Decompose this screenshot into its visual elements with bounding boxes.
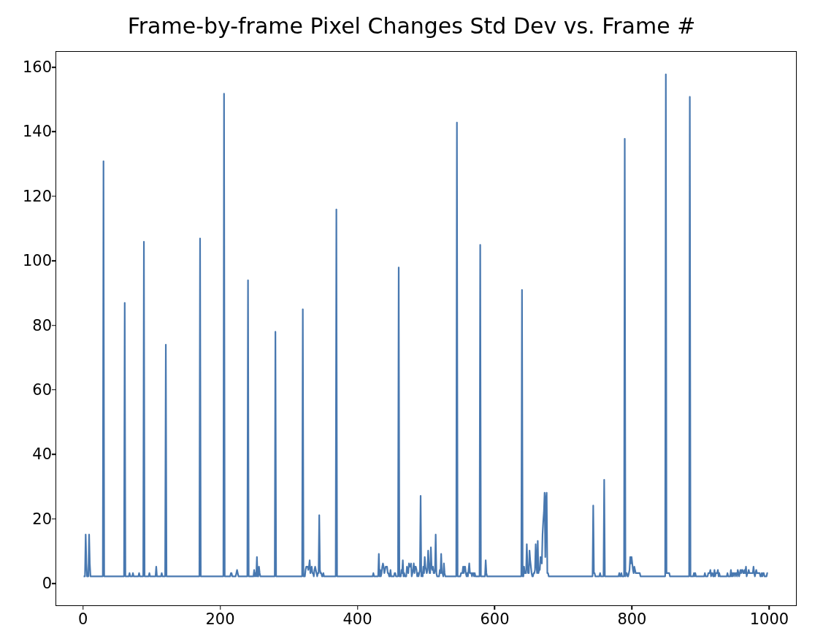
x-tick-mark [220,606,221,610]
y-tick-label: 140 [23,123,52,140]
y-tick-mark [52,389,55,391]
x-tick-label: 1000 [750,610,789,628]
y-tick-mark [52,131,55,133]
y-tick-mark [52,260,55,261]
x-tick-mark [357,606,359,610]
y-tick-mark [52,583,55,584]
x-tick-label: 200 [206,610,235,628]
y-tick-label: 20 [32,510,52,528]
y-tick-label: 40 [32,445,52,463]
x-tick-label: 600 [480,610,509,628]
axes-frame [55,51,797,606]
y-tick-label: 100 [23,252,52,269]
x-tick-mark [494,606,496,610]
y-tick-label: 60 [32,381,52,399]
x-tick-mark [632,606,633,610]
x-tick-label: 800 [617,610,646,628]
y-tick-label: 120 [23,188,52,205]
line-series [84,74,768,576]
figure: Frame-by-frame Pixel Changes Std Dev vs.… [0,0,823,644]
x-tick-label: 400 [342,610,372,628]
y-tick-label: 160 [23,58,52,76]
x-tick-label: 0 [78,610,88,628]
y-tick-mark [52,196,55,197]
plot-svg [56,52,796,605]
chart-title: Frame-by-frame Pixel Changes Std Dev vs.… [0,13,823,39]
y-tick-mark [52,454,55,456]
y-tick-label: 0 [42,575,52,592]
y-tick-mark [52,518,55,520]
x-tick-mark [83,606,84,610]
y-tick-mark [52,66,55,68]
y-tick-label: 80 [32,317,52,334]
y-tick-mark [52,325,55,326]
x-tick-mark [769,606,770,610]
